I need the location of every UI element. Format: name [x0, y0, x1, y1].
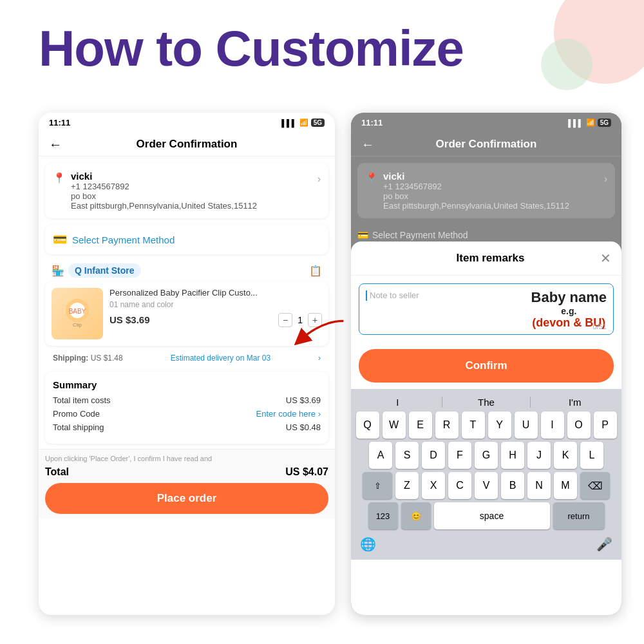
- back-button[interactable]: ←: [49, 137, 62, 152]
- screen-footer: Upon clicking 'Place Order', I confirm I…: [39, 449, 335, 519]
- key-T[interactable]: T: [462, 412, 485, 439]
- key-G[interactable]: G: [475, 442, 498, 469]
- confirm-button[interactable]: Confirm: [359, 349, 614, 383]
- summary-value-2: US $0.48: [286, 422, 321, 432]
- delivery-date: Estimated delivery on Mar 03: [171, 354, 270, 363]
- summary-card: Summary Total item costs US $3.69 Promo …: [45, 372, 328, 444]
- shift-key[interactable]: ⇧: [363, 472, 392, 499]
- summary-title: Summary: [53, 379, 321, 390]
- right-address-info: vicki +1 1234567892 po box East pittsbur…: [383, 171, 599, 211]
- suggestion-1[interactable]: The: [442, 397, 531, 408]
- summary-row-2: Total shipping US $0.48: [53, 422, 321, 432]
- payment-method-row[interactable]: 💳 Select Payment Method: [45, 225, 328, 254]
- address-line2: East pittsburgh,Pennsylvania,United Stat…: [71, 201, 312, 211]
- svg-text:Clip: Clip: [73, 322, 82, 328]
- right-phone-content: 11:11 ▌▌▌ 📶 5G ← Order Confirmation 📍 vi…: [351, 113, 621, 615]
- num-key[interactable]: 123: [368, 502, 398, 529]
- right-payment-label: Select Payment Method: [372, 230, 468, 240]
- keyboard-bottom-bar: 🌐 🎤: [354, 533, 619, 556]
- store-row: 🏪 Q Infant Store 📋: [45, 258, 328, 278]
- keyboard-row-4: 123 😊 space return: [354, 502, 619, 529]
- baby-name-label: Baby name: [531, 289, 607, 306]
- space-key[interactable]: space: [434, 502, 550, 529]
- keyboard-row-3: ⇧ Z X C V B N M ⌫: [354, 472, 619, 499]
- address-phone: +1 1234567892: [71, 182, 312, 191]
- left-status-icons: ▌▌▌ 📶 5G: [281, 118, 325, 127]
- key-O[interactable]: O: [567, 412, 591, 439]
- wifi-icon: 📶: [299, 118, 308, 127]
- close-sheet-button[interactable]: ✕: [600, 251, 611, 266]
- right-network-icon: 5G: [598, 118, 611, 127]
- product-thumbnail: BABY Clip: [58, 294, 97, 333]
- key-V[interactable]: V: [475, 472, 498, 499]
- key-I[interactable]: I: [541, 412, 564, 439]
- key-J[interactable]: J: [527, 442, 551, 469]
- char-count: 0/51: [593, 323, 607, 330]
- address-line1: po box: [71, 191, 312, 201]
- key-Q[interactable]: Q: [356, 412, 379, 439]
- location-icon: 📍: [53, 172, 66, 184]
- key-D[interactable]: D: [422, 442, 445, 469]
- key-F[interactable]: F: [448, 442, 471, 469]
- key-Y[interactable]: Y: [488, 412, 511, 439]
- right-address-name: vicki: [383, 171, 599, 182]
- eg-label: e.g.: [531, 306, 607, 316]
- right-back-button[interactable]: ←: [361, 137, 374, 152]
- key-E[interactable]: E: [409, 412, 432, 439]
- summary-row-1[interactable]: Promo Code Enter code here ›: [53, 409, 321, 419]
- address-name: vicki: [71, 171, 312, 182]
- store-name[interactable]: Q Infant Store: [68, 263, 141, 278]
- right-header-title: Order Confirmation: [436, 138, 537, 151]
- emoji-key[interactable]: 😊: [401, 502, 431, 529]
- key-A[interactable]: A: [369, 442, 392, 469]
- key-M[interactable]: M: [554, 472, 577, 499]
- left-header: ← Order Confirmation: [39, 133, 335, 156]
- right-signal-icon: ▌▌▌: [568, 119, 583, 127]
- key-H[interactable]: H: [501, 442, 524, 469]
- key-L[interactable]: L: [580, 442, 603, 469]
- key-R[interactable]: R: [435, 412, 459, 439]
- item-remarks-sheet: Item remarks ✕ Note to seller Baby name …: [351, 242, 621, 615]
- right-address-line2: East pittsburgh,Pennsylvania,United Stat…: [383, 201, 599, 211]
- key-N[interactable]: N: [527, 472, 551, 499]
- product-price: US $3.69: [109, 314, 150, 325]
- key-Z[interactable]: Z: [395, 472, 419, 499]
- keyboard-row-2: A S D F G H J K L: [354, 442, 619, 469]
- key-C[interactable]: C: [448, 472, 471, 499]
- key-X[interactable]: X: [422, 472, 445, 499]
- note-placeholder: Note to seller: [370, 290, 419, 328]
- footer-note: Upon clicking 'Place Order', I confirm I…: [45, 455, 328, 462]
- chevron-right-icon[interactable]: ›: [317, 173, 321, 185]
- key-P[interactable]: P: [594, 412, 617, 439]
- return-key[interactable]: return: [553, 502, 605, 529]
- page-title: How to Customize: [39, 19, 464, 78]
- key-U[interactable]: U: [515, 412, 538, 439]
- suggestion-2[interactable]: I'm: [531, 397, 619, 408]
- right-time: 11:11: [361, 118, 383, 128]
- key-K[interactable]: K: [554, 442, 577, 469]
- summary-row-0: Total item costs US $3.69: [53, 395, 321, 405]
- total-amount: US $4.07: [285, 466, 328, 478]
- payment-label: Select Payment Method: [72, 234, 175, 245]
- footer-total-row: Total US $4.07: [45, 466, 328, 478]
- right-address-phone: +1 1234567892: [383, 182, 599, 191]
- mic-icon[interactable]: 🎤: [596, 536, 612, 552]
- globe-icon[interactable]: 🌐: [360, 536, 376, 552]
- key-S[interactable]: S: [395, 442, 419, 469]
- delivery-chevron: ›: [318, 354, 321, 363]
- key-B[interactable]: B: [501, 472, 524, 499]
- note-input-container[interactable]: Note to seller Baby name e.g. (devon & B…: [359, 283, 614, 335]
- header-title: Order Confirmation: [137, 138, 238, 151]
- red-arrow: [290, 316, 354, 348]
- note-icon[interactable]: 📋: [309, 265, 322, 277]
- product-title: Personalized Baby Pacifier Clip Custo...: [109, 288, 322, 299]
- right-chevron-right-icon[interactable]: ›: [604, 173, 607, 185]
- right-wifi-icon: 📶: [586, 118, 595, 127]
- backspace-key[interactable]: ⌫: [580, 472, 610, 499]
- key-W[interactable]: W: [383, 412, 406, 439]
- right-address-line1: po box: [383, 191, 599, 201]
- summary-value-1[interactable]: Enter code here ›: [256, 409, 321, 419]
- place-order-button[interactable]: Place order: [45, 483, 328, 514]
- suggestion-0[interactable]: I: [354, 397, 442, 408]
- left-time: 11:11: [49, 118, 70, 128]
